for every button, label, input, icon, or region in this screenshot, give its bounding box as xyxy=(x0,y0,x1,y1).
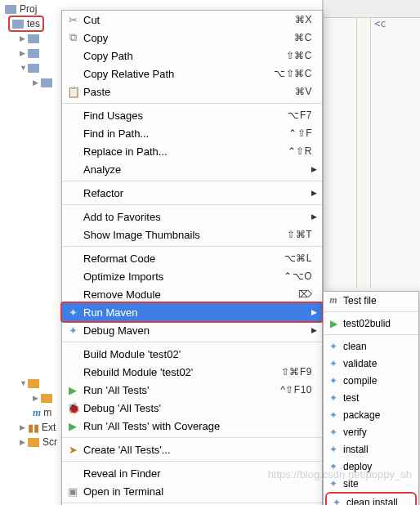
menu-separator xyxy=(62,342,322,342)
menu-cut[interactable]: ✂Cut⌘X xyxy=(62,11,322,29)
menu-separator xyxy=(62,103,322,104)
folder-icon xyxy=(12,20,24,29)
menu-label: Replace in Path... xyxy=(83,145,288,158)
play-icon: ▶ xyxy=(67,384,78,396)
menu-refactor[interactable]: Refactor▶ xyxy=(62,184,322,202)
menu-open-term[interactable]: ▣Open in Terminal xyxy=(62,482,322,500)
sub-deploy[interactable]: ✦deploy xyxy=(324,458,418,475)
menu-copy[interactable]: ⧉Copy⌘C xyxy=(62,29,322,47)
menu-label: Refactor xyxy=(83,187,312,199)
menu-find-in-path[interactable]: Find in Path...⌃⇧F xyxy=(62,124,322,142)
shortcut: ⌃⇧R xyxy=(288,145,312,157)
menu-create-all[interactable]: ➤Create 'All Tests'... xyxy=(62,440,322,458)
sub-validate[interactable]: ✦validate xyxy=(324,355,418,372)
gear-icon: ✦ xyxy=(328,341,339,352)
gear-icon: ✦ xyxy=(328,461,339,472)
shortcut: ⌃⇧F xyxy=(288,127,312,139)
tree-label: Proj xyxy=(20,3,37,15)
menu-label: install xyxy=(343,444,369,455)
menu-label: Copy xyxy=(83,32,294,44)
menu-separator xyxy=(62,246,322,247)
menu-label: Remove Module xyxy=(83,288,298,301)
maven-icon: m xyxy=(33,406,41,419)
gear-icon: ✦ xyxy=(328,427,339,438)
gear-icon: ✦ xyxy=(67,324,78,337)
menu-optimize[interactable]: Optimize Imports⌃⌥O xyxy=(62,267,322,285)
menu-label: Copy Path xyxy=(83,50,286,62)
shortcut: ⌦ xyxy=(298,288,313,300)
menu-label: Find Usages xyxy=(83,109,288,122)
chevron-right-icon: ▶ xyxy=(20,423,28,431)
menu-rebuild-mod[interactable]: Rebuild Module 'test02'⇧⌘F9 xyxy=(62,363,322,381)
menu-build-mod[interactable]: Build Module 'test02' xyxy=(62,345,322,363)
paste-icon: 📋 xyxy=(67,86,78,98)
menu-label: Run 'All Tests' with Coverage xyxy=(83,420,312,432)
sub-package[interactable]: ✦package xyxy=(324,406,418,423)
tree-label: Ext xyxy=(42,422,56,433)
sub-test[interactable]: ✦test xyxy=(324,389,418,406)
menu-replace-in-path[interactable]: Replace in Path...⌃⇧R xyxy=(62,142,322,160)
tree-label: tes xyxy=(27,18,40,29)
tree-tes-hilite: tes xyxy=(8,16,44,32)
menu-label: test xyxy=(343,392,359,404)
highlight-run-maven: ✦Run Maven▶ xyxy=(60,302,324,323)
sub-test-build[interactable]: ▶test02bulid xyxy=(324,315,418,332)
folder-icon xyxy=(28,49,39,58)
highlight-clean-install: ✦clean install xyxy=(325,492,417,505)
menu-run-maven[interactable]: ✦Run Maven▶ xyxy=(62,303,322,321)
gear-icon: ✦ xyxy=(331,497,342,506)
menu-label: clean install xyxy=(346,497,398,506)
chevron-right-icon: ▶ xyxy=(20,34,28,42)
menu-debug-all[interactable]: 🐞Debug 'All Tests' xyxy=(62,399,322,417)
sub-verify[interactable]: ✦verify xyxy=(324,423,418,440)
menu-label: Find in Path... xyxy=(83,127,288,140)
menu-label: verify xyxy=(343,427,367,438)
gear-icon: ✦ xyxy=(328,409,339,421)
menu-add-fav[interactable]: Add to Favorites▶ xyxy=(62,208,322,226)
menu-debug-maven[interactable]: ✦Debug Maven▶ xyxy=(62,321,322,339)
gear-icon: ✦ xyxy=(328,444,339,455)
menu-find-usages[interactable]: Find Usages⌥F7 xyxy=(62,106,322,124)
sub-compile[interactable]: ✦compile xyxy=(324,372,418,389)
menu-remove-mod[interactable]: Remove Module⌦ xyxy=(62,285,322,303)
editor-tab[interactable] xyxy=(324,0,420,18)
menu-label: Run 'All Tests' xyxy=(83,384,280,396)
cut-icon: ✂ xyxy=(67,14,78,26)
submenu-arrow-icon: ▶ xyxy=(311,326,317,334)
menu-copy-rel[interactable]: Copy Relative Path⌥⇧⌘C xyxy=(62,65,322,83)
menu-run-all[interactable]: ▶Run 'All Tests'^⇧F10 xyxy=(62,381,322,399)
gear-icon: ✦ xyxy=(328,392,339,404)
editor-text: <c xyxy=(374,18,386,29)
menu-paste[interactable]: 📋Paste⌘V xyxy=(62,83,322,101)
shortcut: ⇧⌘T xyxy=(287,229,312,240)
menu-copy-path[interactable]: Copy Path⇧⌘C xyxy=(62,47,322,65)
menu-label: Add to Favorites xyxy=(83,211,312,223)
sub-clean[interactable]: ✦clean xyxy=(324,337,418,355)
menu-label: Build Module 'test02' xyxy=(83,348,312,360)
menu-label: Create 'All Tests'... xyxy=(83,444,312,456)
menu-label: Copy Relative Path xyxy=(83,68,274,80)
menu-reformat[interactable]: Reformat Code⌥⌘L xyxy=(62,249,322,267)
submenu-arrow-icon: ▶ xyxy=(311,165,317,173)
menu-label: Debug Maven xyxy=(83,324,312,337)
menu-run-cov[interactable]: ▶Run 'All Tests' with Coverage xyxy=(62,417,322,435)
maven-submenu: mTest file ▶test02bulid ✦clean ✦validate… xyxy=(323,291,419,505)
folder-icon xyxy=(28,64,39,73)
sub-site[interactable]: ✦site xyxy=(324,475,418,492)
menu-label: Optimize Imports xyxy=(83,270,284,283)
lib-icon: ▮▮ xyxy=(28,422,39,434)
menu-analyze[interactable]: Analyze▶ xyxy=(62,160,322,178)
menu-label: Show Image Thumbnails xyxy=(83,229,287,241)
menu-reveal[interactable]: Reveal in Finder xyxy=(62,464,322,482)
sub-clean-install[interactable]: ✦clean install xyxy=(327,494,415,505)
menu-separator xyxy=(324,334,418,335)
sub-install[interactable]: ✦install xyxy=(324,440,418,458)
menu-label: compile xyxy=(343,375,377,387)
sub-test-file[interactable]: mTest file xyxy=(324,292,418,309)
editor-gutter xyxy=(356,18,371,288)
menu-show-thumb[interactable]: Show Image Thumbnails⇧⌘T xyxy=(62,226,322,244)
shortcut: ⌥⌘L xyxy=(284,252,312,264)
chevron-down-icon: ▼ xyxy=(20,64,28,72)
chevron-down-icon: ▼ xyxy=(20,379,28,387)
menu-label: Run Maven xyxy=(83,306,312,319)
